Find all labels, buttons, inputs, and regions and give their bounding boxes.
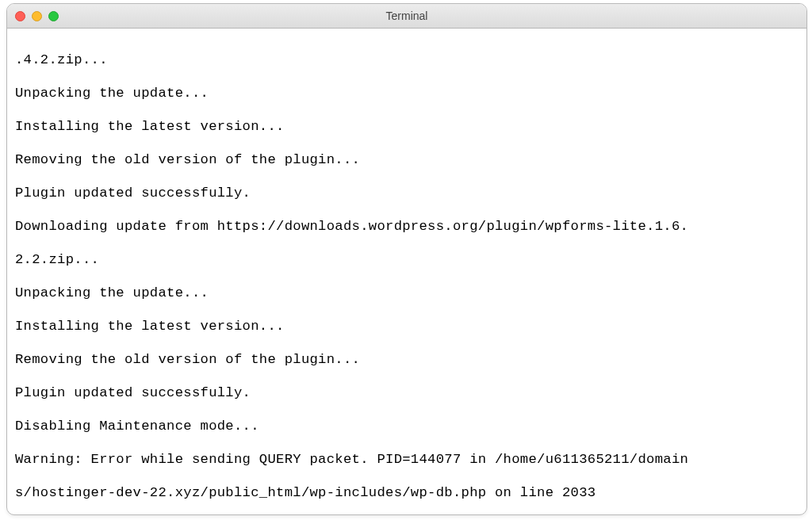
traffic-lights (15, 11, 59, 21)
close-icon[interactable] (15, 11, 25, 21)
output-line: Plugin updated successfully. (15, 185, 799, 201)
output-line: Removing the old version of the plugin..… (15, 151, 799, 168)
output-line: Installing the latest version... (15, 118, 799, 135)
output-line: s/hostinger-dev-22.xyz/public_html/wp-in… (15, 484, 799, 501)
titlebar: Terminal (7, 4, 806, 29)
window-title: Terminal (7, 10, 806, 22)
output-line: Removing the old version of the plugin..… (15, 351, 799, 368)
output-line: Plugin updated successfully. (15, 384, 799, 401)
output-line: Unpacking the update... (15, 285, 799, 301)
minimize-icon[interactable] (32, 11, 42, 21)
terminal-window: Terminal .4.2.zip... Unpacking the updat… (6, 3, 807, 515)
terminal-body[interactable]: .4.2.zip... Unpacking the update... Inst… (7, 29, 806, 515)
output-line: Warning: Error while sending QUERY packe… (15, 451, 799, 468)
output-line: Disabling Maintenance mode... (15, 418, 799, 434)
output-line: .4.2.zip... (15, 52, 799, 68)
output-line: Installing the latest version... (15, 318, 799, 335)
output-line: 2.2.zip... (15, 251, 799, 268)
output-line: Downloading update from https://download… (15, 218, 799, 235)
output-line: Unpacking the update... (15, 85, 799, 101)
zoom-icon[interactable] (48, 11, 59, 21)
